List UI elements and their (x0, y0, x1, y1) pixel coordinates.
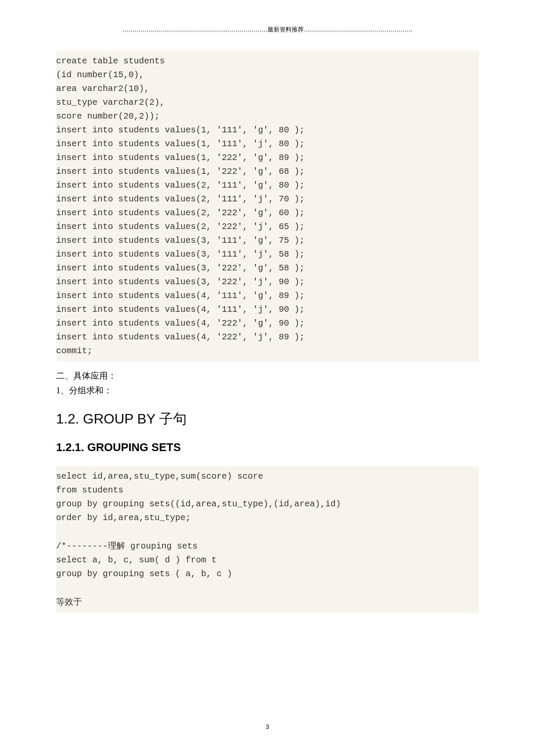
heading-1-2-1: 1.2.1. GROUPING SETS (56, 441, 479, 454)
code2-cn-2: 等效于 (56, 597, 82, 606)
code-block-grouping-sets: select id,area,stu_type,sum(score) score… (56, 466, 479, 613)
page-header: ………………………………………………………………最新资料推荐…………………………… (56, 26, 479, 34)
section-2-1: 1、分组求和： (56, 384, 479, 397)
page-number: 3 (0, 723, 535, 730)
heading-1-2: 1.2. GROUP BY 子句 (56, 410, 479, 429)
section-2-title: 二、具体应用： (56, 369, 479, 382)
code-block-create: create table students (id number(15,0), … (56, 51, 479, 361)
code2-part-a: select id,area,stu_type,sum(score) score… (56, 471, 341, 551)
heading-1-2-cn: 子句 (159, 411, 187, 427)
code2-cn-1: 理解 (108, 541, 125, 550)
heading-1-2-en: 1.2. GROUP BY (56, 411, 159, 427)
